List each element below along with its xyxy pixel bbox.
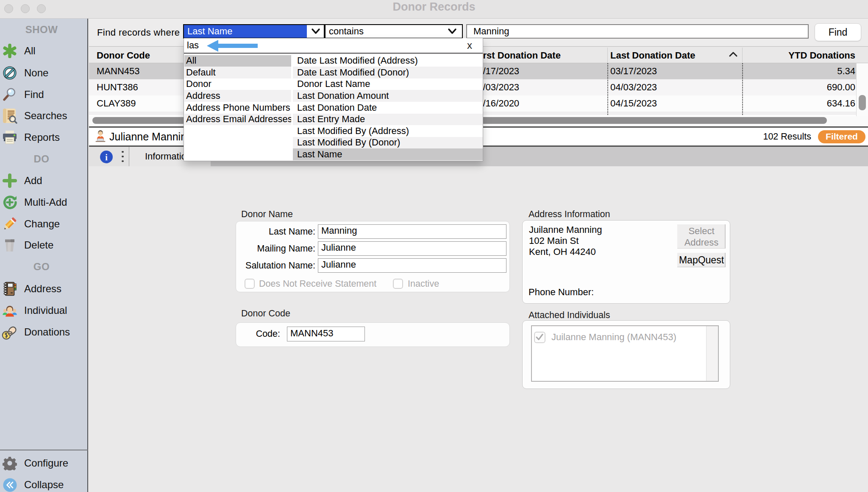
svg-text:i: i bbox=[105, 153, 108, 162]
